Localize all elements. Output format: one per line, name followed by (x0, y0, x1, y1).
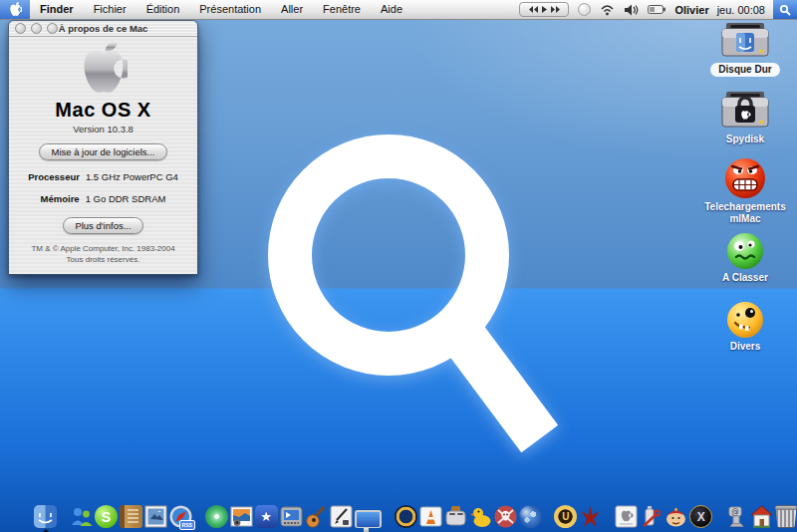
menu-aller[interactable]: Aller (271, 0, 313, 19)
address-book-icon (120, 505, 142, 528)
play-icon (542, 6, 547, 13)
dock-cyberduck[interactable] (469, 505, 492, 528)
battery-icon[interactable] (648, 4, 666, 15)
dock-pirate-p2p[interactable] (494, 505, 517, 528)
desktop-icon-spydisk[interactable]: Spydisk (719, 90, 771, 145)
dock-beret-face-app[interactable] (664, 505, 687, 528)
dock-unreal-tournament[interactable]: U (554, 505, 577, 528)
desktop-icon-divers[interactable]: Divers (726, 301, 764, 353)
dock-finder[interactable] (34, 505, 57, 528)
dock-home-folder[interactable] (750, 505, 773, 528)
playback-menu-extra[interactable] (519, 2, 569, 17)
desktop-icon-a-classer[interactable]: A Classer (722, 232, 768, 284)
dock-cd-burning[interactable] (205, 505, 228, 528)
yellow-goofy-face-icon (726, 301, 764, 339)
spray-wrench-icon (640, 505, 663, 528)
video-editor-icon (280, 505, 303, 528)
desktop-label: Spydisk (726, 133, 764, 145)
dock-toast-toaster[interactable] (444, 505, 467, 528)
copyright-text: TM & © Apple Computer, Inc. 1983-2004 To… (31, 244, 174, 266)
product-name: Mac OS X (55, 99, 150, 122)
dock-vlc[interactable] (419, 505, 442, 528)
quake-claw-icon (579, 505, 602, 528)
finder-icon (34, 505, 57, 528)
at-periscope-icon: @ (725, 505, 748, 528)
version-text: Version 10.3.8 (73, 124, 133, 134)
svg-text:@: @ (731, 507, 739, 516)
clock-menu[interactable]: jeu. 00:08 (717, 4, 765, 16)
red-angry-face-icon (724, 157, 766, 199)
processor-row: Processeur1.5 GHz PowerPC G4 (28, 171, 178, 182)
dock-at-periscope-app[interactable]: @ (725, 505, 748, 528)
ichat-status-icon[interactable] (578, 3, 591, 16)
guitar-icon (305, 505, 328, 528)
dock-address-book[interactable] (120, 505, 142, 528)
vlc-cone-icon (419, 505, 442, 528)
dock-imovie[interactable]: ★ (255, 505, 278, 528)
imovie-star-glyph: ★ (260, 509, 272, 524)
desktop-label: Telechargements mlMac (704, 201, 786, 224)
apple-logo-silver-icon (80, 41, 128, 97)
dock-utility-spray-wrench[interactable] (640, 505, 663, 528)
menu-edition[interactable]: Édition (136, 0, 190, 19)
dock-preview-photo[interactable] (144, 505, 167, 528)
menu-fenetre[interactable]: Fenêtre (313, 0, 371, 19)
apple-box-icon (615, 505, 638, 528)
toaster-icon (444, 505, 467, 528)
dock-video-editor[interactable] (280, 505, 303, 528)
duck-icon (469, 505, 492, 528)
desktop-label: Divers (730, 341, 761, 353)
msn-people-icon (70, 505, 93, 528)
software-update-button[interactable]: Mise à jour de logiciels... (39, 143, 166, 160)
volume-icon[interactable] (624, 4, 639, 16)
menu-fichier[interactable]: Fichier (84, 0, 136, 19)
desktop-label: Disque Dur (710, 63, 779, 77)
window-titlebar[interactable]: À propos de ce Mac (9, 21, 197, 37)
fast-forward-icon (551, 6, 560, 13)
dock-iphoto[interactable] (230, 505, 253, 528)
dock-pen-draw-app[interactable] (330, 505, 353, 528)
menu-aide[interactable]: Aide (371, 0, 412, 19)
dock-safari[interactable]: RSS (169, 505, 192, 528)
dock-quicktime-player[interactable] (395, 505, 417, 528)
dock-globe-network[interactable] (519, 505, 542, 528)
processor-label: Processeur (28, 171, 80, 182)
user-menu[interactable]: Olivier (674, 4, 708, 16)
wifi-icon[interactable] (600, 4, 615, 16)
apple-menu[interactable] (0, 0, 30, 19)
hard-drive-finder-face-icon (719, 21, 771, 61)
green-queasy-face-icon (726, 232, 764, 270)
dock-trash[interactable] (775, 505, 797, 528)
memory-value: 1 Go DDR SDRAM (86, 193, 166, 204)
dock-quake[interactable] (579, 505, 602, 528)
search-menu-extra[interactable] (773, 0, 797, 19)
desktop: Finder Fichier Édition Présentation Alle… (0, 0, 797, 532)
dock-skype[interactable]: S (95, 505, 118, 528)
menu-presentation[interactable]: Présentation (189, 0, 271, 19)
hard-drive-padlock-icon (719, 90, 771, 132)
menu-bar: Finder Fichier Édition Présentation Alle… (0, 0, 797, 20)
menu-finder[interactable]: Finder (30, 0, 84, 19)
dock-garageband[interactable] (305, 505, 328, 528)
about-this-mac-window: À propos de ce Mac Mac OS X Version 10.3… (8, 20, 198, 275)
desktop-icon-column: Disque Dur Spydisk (699, 21, 791, 352)
home-icon (750, 505, 773, 528)
desktop-label: A Classer (722, 272, 768, 284)
rewind-icon (529, 6, 538, 13)
memory-label: Mémoire (41, 193, 80, 204)
dock-keynote[interactable] (355, 510, 382, 528)
more-info-button[interactable]: Plus d'infos... (63, 217, 142, 234)
desktop-icon-disque-dur[interactable]: Disque Dur (710, 21, 779, 77)
dock-osx-x-app[interactable]: X (689, 505, 712, 528)
photo-frame-icon (144, 505, 167, 528)
dock-msn-messenger[interactable] (70, 505, 93, 528)
window-title: À propos de ce Mac (9, 23, 197, 34)
pirate-skull-icon (494, 505, 517, 528)
processor-value: 1.5 GHz PowerPC G4 (86, 171, 178, 182)
rss-badge: RSS (179, 520, 195, 530)
beret-face-icon (664, 505, 687, 528)
pen-inkwell-icon (330, 505, 353, 528)
dock-apple-software-box[interactable] (615, 505, 638, 528)
memory-row: Mémoire1 Go DDR SDRAM (41, 193, 166, 204)
desktop-icon-telechargements[interactable]: Telechargements mlMac (704, 157, 786, 224)
